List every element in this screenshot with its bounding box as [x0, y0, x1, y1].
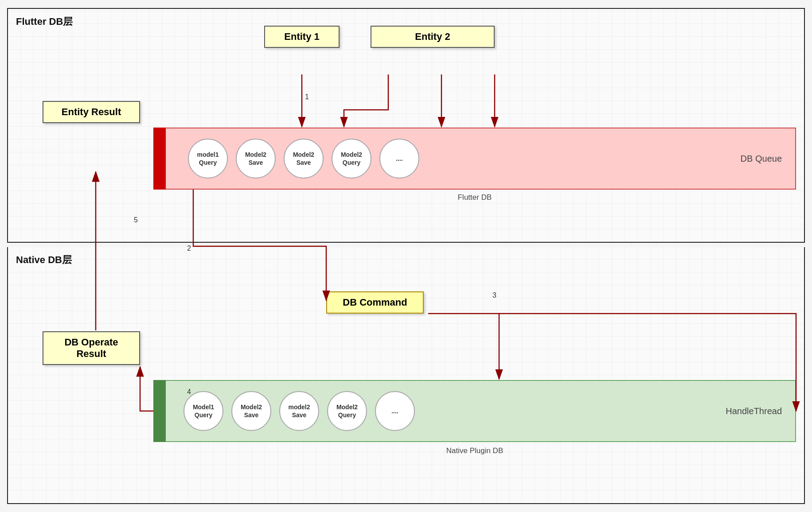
native-queue-item-4: .... — [375, 391, 415, 431]
db-command-box: DB Command — [326, 291, 424, 314]
flutter-queue-item-2: Model2Save — [284, 139, 324, 178]
flutter-queue-item-1: Model2Save — [236, 139, 276, 178]
native-queue-item-1: Model2Save — [231, 391, 271, 431]
native-db-left-bar — [153, 380, 166, 442]
diagram-container: Flutter DB层 Native DB层 Entity 1 Entity 2… — [7, 8, 805, 504]
native-queue-item-2: model2Save — [279, 391, 319, 431]
db-queue-bar: model1Query Model2Save Model2Save Model2… — [153, 128, 796, 190]
step-label-2: 2 — [187, 244, 191, 252]
native-plugin-db-label: Native Plugin DB — [153, 446, 796, 455]
entity2-box: Entity 2 — [371, 26, 495, 48]
native-section-title: Native DB层 — [16, 253, 72, 267]
native-section: Native DB层 — [7, 247, 805, 504]
db-queue-label: DB Queue — [741, 154, 782, 164]
native-queue-item-0: Model1Query — [183, 391, 223, 431]
step-label-5: 5 — [134, 216, 138, 224]
flutter-queue-item-0: model1Query — [188, 139, 228, 178]
native-queue-item-3: Model2Query — [327, 391, 367, 431]
native-db-bar: Model1Query Model2Save model2Save Model2… — [153, 380, 796, 442]
entity-result-box: Entity Result — [43, 101, 140, 123]
entity1-box: Entity 1 — [264, 26, 340, 48]
step-label-4: 4 — [187, 388, 191, 396]
step-label-1: 1 — [305, 93, 309, 101]
flutter-db-label: Flutter DB — [153, 193, 796, 202]
flutter-section-title: Flutter DB层 — [16, 15, 73, 28]
handle-thread-label: HandleThread — [726, 406, 782, 416]
db-queue-left-bar — [153, 128, 166, 190]
flutter-queue-item-4: .... — [379, 139, 419, 178]
step-label-3: 3 — [492, 291, 496, 299]
db-operate-result-box: DB Operate Result — [43, 331, 140, 365]
flutter-queue-item-3: Model2Query — [332, 139, 371, 178]
